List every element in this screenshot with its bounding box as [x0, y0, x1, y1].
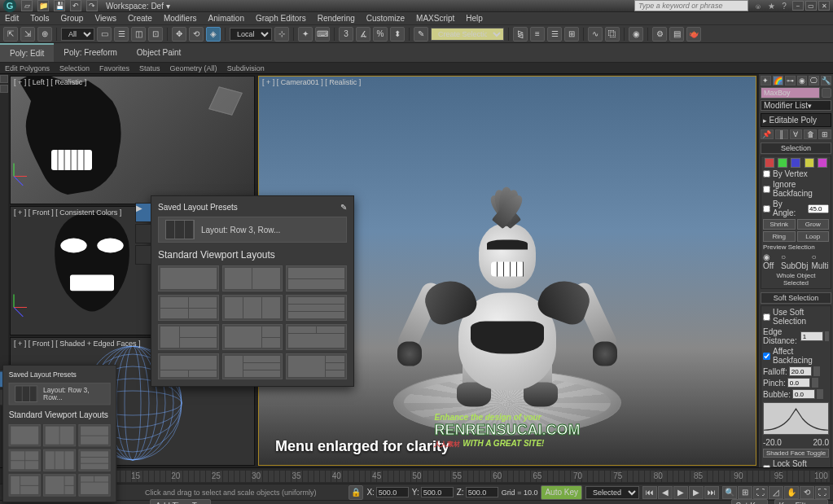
create-tab-icon[interactable]: ✦	[761, 76, 771, 85]
maximize-vp-icon[interactable]: ⛶	[815, 486, 830, 499]
save-icon[interactable]: 💾	[54, 0, 65, 11]
layout-strip-btn1[interactable]	[0, 75, 8, 83]
auto-key-button[interactable]: Auto Key	[541, 485, 582, 500]
menu-grapheditors[interactable]: Graph Editors	[256, 14, 306, 23]
affect-backfacing-check[interactable]: Affect Backfacing	[763, 347, 829, 365]
render-frame-icon[interactable]: ▤	[669, 27, 684, 42]
subtab-favorites[interactable]: Favorites	[99, 64, 129, 72]
menu-maxscript[interactable]: MAXScript	[416, 14, 454, 23]
search-box[interactable]	[634, 0, 748, 11]
select-link-icon[interactable]: ⇱	[3, 27, 18, 42]
scale-icon[interactable]: ◈	[206, 27, 221, 42]
unique-icon[interactable]: ∀	[790, 129, 803, 139]
layout-option[interactable]	[158, 265, 219, 291]
layout-tab-3[interactable]	[135, 245, 151, 265]
angle-snap-icon[interactable]: ∡	[356, 27, 370, 42]
subtab-status[interactable]: Status	[139, 64, 160, 72]
lock-selection-icon[interactable]: 🔒	[349, 485, 363, 500]
mirror-icon[interactable]: ⧎	[513, 27, 528, 42]
manipulate-icon[interactable]: ✦	[298, 27, 313, 42]
menu-customize[interactable]: Customize	[366, 14, 405, 23]
object-color-swatch[interactable]	[822, 88, 831, 98]
render-icon[interactable]: 🫖	[686, 27, 701, 42]
layout-option[interactable]	[158, 295, 219, 321]
menu-views[interactable]: Views	[94, 14, 116, 23]
layout-option[interactable]	[222, 324, 283, 350]
layout-option[interactable]	[78, 474, 110, 496]
use-soft-sel-check[interactable]: Use Soft Selection	[763, 308, 829, 326]
rotate-icon[interactable]: ⟲	[189, 27, 204, 42]
signin-icon[interactable]: ⍟	[753, 1, 763, 11]
new-icon[interactable]: ▱	[21, 0, 33, 11]
orbit-icon[interactable]: ⟲	[800, 486, 814, 499]
undo-icon[interactable]: ↶	[70, 0, 81, 11]
unlink-icon[interactable]: ⇲	[20, 27, 35, 42]
layout-option[interactable]	[158, 324, 219, 350]
align-icon[interactable]: ≡	[530, 27, 545, 42]
vertex-subobj-icon[interactable]	[765, 158, 774, 168]
selection-filter[interactable]: All	[61, 28, 94, 41]
menu-modifiers[interactable]: Modifiers	[164, 14, 197, 23]
loop-button[interactable]: Loop	[797, 231, 830, 242]
move-icon[interactable]: ✥	[172, 27, 186, 42]
edge-dist-spinner[interactable]	[800, 331, 823, 341]
layout-option[interactable]	[43, 424, 75, 446]
ribbon-tab-objectpaint[interactable]: Object Paint	[127, 43, 191, 62]
by-angle-check[interactable]: By Angle:	[763, 199, 829, 217]
key-mode-select[interactable]: Selected	[585, 486, 639, 499]
layout-option[interactable]	[9, 474, 41, 496]
layers-icon[interactable]: ☰	[547, 27, 562, 42]
modify-tab-icon[interactable]: 🌈	[773, 76, 783, 85]
element-subobj-icon[interactable]	[818, 158, 827, 168]
configure-icon[interactable]: ⊞	[818, 129, 831, 139]
goto-start-icon[interactable]: ⏮	[642, 486, 657, 499]
pin-stack-icon[interactable]: 📌	[761, 129, 774, 139]
next-frame-icon[interactable]: ▶	[689, 486, 704, 499]
grow-button[interactable]: Grow	[797, 219, 830, 230]
subtab-geometry[interactable]: Geometry (All)	[170, 64, 217, 72]
keyboard-icon[interactable]: ⌨	[315, 27, 330, 42]
workspace-selector[interactable]: Workspace: Def ▾	[106, 2, 170, 11]
zoom-extents-icon[interactable]: ⛶	[753, 486, 768, 499]
subtab-editpoly[interactable]: Edit Polygons	[5, 64, 50, 72]
percent-snap-icon[interactable]: %	[373, 27, 388, 42]
layout-option[interactable]	[286, 265, 347, 291]
bind-icon[interactable]: ⊕	[37, 27, 52, 42]
y-coord-field[interactable]	[421, 487, 454, 497]
modifier-list[interactable]: Modifier List ▾	[761, 100, 831, 111]
material-editor-icon[interactable]: ◉	[629, 27, 643, 42]
spinner-snap-icon[interactable]: ⬍	[390, 27, 405, 42]
menu-animation[interactable]: Animation	[208, 14, 243, 23]
ribbon-tab-polyedit[interactable]: Poly: Edit	[0, 43, 54, 62]
layout-option[interactable]	[43, 474, 75, 496]
schematic-icon[interactable]: ⿻	[605, 27, 620, 42]
layout-option[interactable]	[286, 295, 347, 321]
preview-subobj-radio[interactable]: ○ SubObj	[781, 252, 808, 270]
soft-selection-rollout-header[interactable]: Soft Selection	[761, 292, 831, 304]
ignore-backfacing-check[interactable]: Ignore Backfacing	[763, 180, 829, 198]
open-icon[interactable]: 📁	[37, 0, 49, 11]
object-name-field[interactable]: MaxBoy	[761, 87, 820, 99]
menu-create[interactable]: Create	[128, 14, 152, 23]
named-selection-set[interactable]: Create Selection S	[431, 28, 504, 41]
edit-icon[interactable]: ✎	[340, 203, 347, 212]
saved-preset-item[interactable]: Layout: Row 3, Row...	[9, 383, 111, 405]
by-vertex-check[interactable]: By Vertex	[763, 169, 829, 178]
set-key-button[interactable]: Set Key	[731, 499, 768, 505]
prev-frame-icon[interactable]: ◀	[658, 486, 673, 499]
layout-option[interactable]	[222, 353, 283, 379]
selection-rollout-header[interactable]: Selection	[761, 142, 831, 154]
shaded-face-toggle-button[interactable]: Shaded Face Toggle	[763, 449, 829, 458]
x-coord-field[interactable]	[376, 487, 409, 497]
key-filters-button[interactable]: Key Filters...	[774, 499, 828, 505]
layout-option[interactable]	[9, 449, 41, 471]
menu-help[interactable]: Help	[466, 14, 483, 23]
lock-soft-sel-check[interactable]: Lock Soft Selection	[763, 459, 829, 467]
restore-button[interactable]: ▭	[805, 1, 817, 11]
viewport-left[interactable]: [ + ] [ Left ] [ Realistic ]	[10, 76, 255, 204]
utilities-tab-icon[interactable]: 🔧	[821, 76, 831, 85]
redo-icon[interactable]: ↷	[86, 0, 98, 11]
time-slider[interactable]: ⊟ 05101520253035404550556065707580859095…	[0, 467, 833, 484]
layout-tab-2[interactable]	[0, 389, 3, 405]
subtab-subdivision[interactable]: Subdivision	[227, 64, 265, 72]
